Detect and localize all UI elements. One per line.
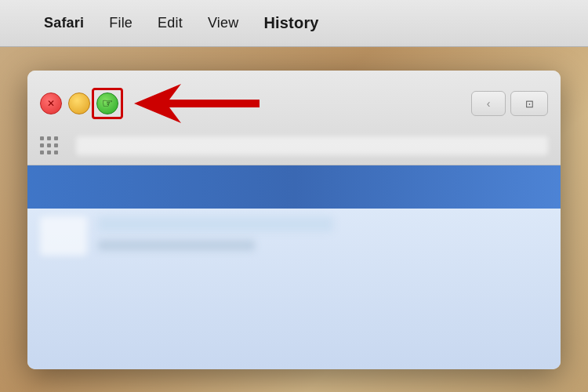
hand-cursor-icon: ☞ bbox=[102, 97, 113, 110]
window-controls: ✕ ☞ bbox=[40, 93, 118, 114]
arrow-area bbox=[134, 80, 260, 127]
page-main-content bbox=[27, 209, 561, 369]
back-button[interactable]: ‹ bbox=[471, 91, 506, 116]
menu-item-safari[interactable]: Safari bbox=[44, 15, 84, 31]
toolbar-row1: ✕ ☞ bbox=[40, 80, 548, 127]
dot-1 bbox=[40, 136, 44, 140]
nav-buttons: ‹ ⊡ bbox=[471, 91, 548, 116]
close-button[interactable]: ✕ bbox=[40, 93, 62, 114]
safari-window: ✕ ☞ bbox=[27, 71, 561, 369]
dot-7 bbox=[40, 151, 44, 154]
minimize-button[interactable] bbox=[68, 93, 90, 114]
page-text-1 bbox=[98, 216, 333, 232]
menu-item-view[interactable]: View bbox=[208, 15, 239, 31]
menu-bar: Safari File Edit View History bbox=[0, 0, 588, 47]
page-text-2 bbox=[98, 240, 255, 251]
maximize-button-wrapper: ☞ bbox=[96, 93, 118, 114]
page-logo bbox=[40, 216, 87, 256]
grid-dots-icon[interactable] bbox=[40, 136, 59, 155]
safari-toolbar: ✕ ☞ bbox=[27, 71, 561, 165]
maximize-button[interactable]: ☞ bbox=[96, 93, 118, 114]
browser-content bbox=[27, 165, 561, 369]
page-header-bar bbox=[27, 165, 561, 209]
red-arrow-icon bbox=[134, 80, 260, 127]
dot-9 bbox=[54, 151, 58, 154]
svg-marker-0 bbox=[134, 84, 260, 123]
close-icon: ✕ bbox=[47, 98, 55, 109]
sidebar-icon: ⊡ bbox=[525, 98, 534, 110]
dot-5 bbox=[47, 143, 51, 147]
back-icon: ‹ bbox=[487, 97, 491, 110]
desktop: ✕ ☞ bbox=[0, 47, 588, 392]
dot-8 bbox=[47, 151, 51, 154]
dot-4 bbox=[40, 143, 44, 147]
sidebar-button[interactable]: ⊡ bbox=[510, 91, 548, 116]
dot-6 bbox=[54, 143, 58, 147]
menu-item-history[interactable]: History bbox=[263, 14, 318, 32]
toolbar-row2 bbox=[40, 133, 548, 158]
dot-2 bbox=[47, 136, 51, 140]
address-bar[interactable] bbox=[76, 136, 548, 155]
menu-item-file[interactable]: File bbox=[109, 15, 132, 31]
dot-3 bbox=[54, 136, 58, 140]
menu-item-edit[interactable]: Edit bbox=[158, 15, 183, 31]
